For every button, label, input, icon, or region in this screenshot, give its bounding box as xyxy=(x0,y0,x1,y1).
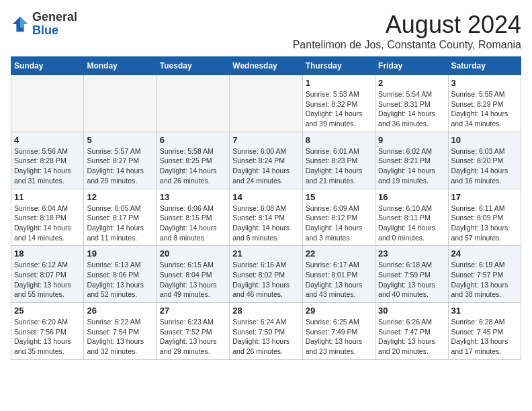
calendar-week-row: 4Sunrise: 5:56 AM Sunset: 8:28 PM Daylig… xyxy=(11,132,521,189)
day-info: Sunrise: 6:13 AM Sunset: 8:06 PM Dayligh… xyxy=(87,260,153,300)
day-of-week-header: Wednesday xyxy=(230,57,302,75)
calendar-week-row: 25Sunrise: 6:20 AM Sunset: 7:56 PM Dayli… xyxy=(11,303,521,360)
calendar-day-cell xyxy=(230,75,302,132)
day-info: Sunrise: 6:22 AM Sunset: 7:54 PM Dayligh… xyxy=(87,317,153,357)
day-info: Sunrise: 6:05 AM Sunset: 8:17 PM Dayligh… xyxy=(87,203,153,243)
day-info: Sunrise: 6:17 AM Sunset: 8:01 PM Dayligh… xyxy=(306,260,372,300)
day-info: Sunrise: 6:08 AM Sunset: 8:14 PM Dayligh… xyxy=(232,203,299,243)
day-info: Sunrise: 6:02 AM Sunset: 8:21 PM Dayligh… xyxy=(378,146,445,186)
day-number: 3 xyxy=(451,78,518,88)
day-info: Sunrise: 6:10 AM Sunset: 8:11 PM Dayligh… xyxy=(378,203,445,243)
calendar-week-row: 11Sunrise: 6:04 AM Sunset: 8:18 PM Dayli… xyxy=(11,189,521,246)
day-info: Sunrise: 6:11 AM Sunset: 8:09 PM Dayligh… xyxy=(451,203,518,243)
day-number: 17 xyxy=(451,192,518,202)
calendar-day-cell: 16Sunrise: 6:10 AM Sunset: 8:11 PM Dayli… xyxy=(375,189,448,246)
calendar-day-cell: 11Sunrise: 6:04 AM Sunset: 8:18 PM Dayli… xyxy=(11,189,84,246)
day-info: Sunrise: 6:16 AM Sunset: 8:02 PM Dayligh… xyxy=(232,260,299,300)
logo-icon xyxy=(11,15,30,34)
day-of-week-header: Saturday xyxy=(448,57,521,75)
day-info: Sunrise: 6:26 AM Sunset: 7:47 PM Dayligh… xyxy=(378,317,445,357)
day-info: Sunrise: 6:15 AM Sunset: 8:04 PM Dayligh… xyxy=(160,260,226,300)
location-subtitle: Pantelimon de Jos, Constanta County, Rom… xyxy=(293,39,521,51)
day-info: Sunrise: 6:04 AM Sunset: 8:18 PM Dayligh… xyxy=(14,203,81,243)
day-info: Sunrise: 6:19 AM Sunset: 7:57 PM Dayligh… xyxy=(451,260,518,300)
day-number: 1 xyxy=(306,78,372,88)
calendar-day-cell: 14Sunrise: 6:08 AM Sunset: 8:14 PM Dayli… xyxy=(230,189,302,246)
calendar-day-cell: 7Sunrise: 6:00 AM Sunset: 8:24 PM Daylig… xyxy=(230,132,302,189)
day-info: Sunrise: 6:28 AM Sunset: 7:45 PM Dayligh… xyxy=(451,317,518,357)
svg-marker-1 xyxy=(20,17,28,28)
day-number: 28 xyxy=(232,306,299,316)
calendar-day-cell: 17Sunrise: 6:11 AM Sunset: 8:09 PM Dayli… xyxy=(448,189,521,246)
day-number: 9 xyxy=(378,135,445,145)
day-info: Sunrise: 5:57 AM Sunset: 8:27 PM Dayligh… xyxy=(87,146,153,186)
day-info: Sunrise: 5:58 AM Sunset: 8:25 PM Dayligh… xyxy=(160,146,226,186)
calendar-day-cell: 6Sunrise: 5:58 AM Sunset: 8:25 PM Daylig… xyxy=(157,132,229,189)
calendar-day-cell: 15Sunrise: 6:09 AM Sunset: 8:12 PM Dayli… xyxy=(302,189,375,246)
day-number: 5 xyxy=(87,135,153,145)
calendar-day-cell: 13Sunrise: 6:06 AM Sunset: 8:15 PM Dayli… xyxy=(157,189,229,246)
calendar-week-row: 18Sunrise: 6:12 AM Sunset: 8:07 PM Dayli… xyxy=(11,246,521,303)
calendar-day-cell xyxy=(157,75,229,132)
day-info: Sunrise: 6:12 AM Sunset: 8:07 PM Dayligh… xyxy=(14,260,81,300)
day-number: 22 xyxy=(306,248,372,259)
day-info: Sunrise: 6:24 AM Sunset: 7:50 PM Dayligh… xyxy=(232,317,299,357)
day-number: 20 xyxy=(160,248,226,259)
calendar-day-cell: 2Sunrise: 5:54 AM Sunset: 8:31 PM Daylig… xyxy=(375,75,448,132)
calendar-day-cell: 9Sunrise: 6:02 AM Sunset: 8:21 PM Daylig… xyxy=(375,132,448,189)
day-number: 25 xyxy=(14,306,81,316)
calendar-table: SundayMondayTuesdayWednesdayThursdayFrid… xyxy=(11,56,521,360)
calendar-day-cell: 25Sunrise: 6:20 AM Sunset: 7:56 PM Dayli… xyxy=(11,303,84,360)
day-info: Sunrise: 6:18 AM Sunset: 7:59 PM Dayligh… xyxy=(378,260,445,300)
day-number: 16 xyxy=(378,192,445,202)
calendar-day-cell: 19Sunrise: 6:13 AM Sunset: 8:06 PM Dayli… xyxy=(84,246,157,303)
day-of-week-header: Friday xyxy=(375,57,448,75)
day-of-week-header: Tuesday xyxy=(157,57,229,75)
header: General Blue August 2024 Pantelimon de J… xyxy=(11,11,521,51)
day-number: 13 xyxy=(160,192,226,202)
day-of-week-header: Thursday xyxy=(302,57,375,75)
calendar-day-cell: 10Sunrise: 6:03 AM Sunset: 8:20 PM Dayli… xyxy=(448,132,521,189)
calendar-day-cell: 18Sunrise: 6:12 AM Sunset: 8:07 PM Dayli… xyxy=(11,246,84,303)
day-number: 19 xyxy=(87,248,153,259)
logo-text: General Blue xyxy=(32,11,77,38)
day-info: Sunrise: 5:55 AM Sunset: 8:29 PM Dayligh… xyxy=(451,89,518,129)
day-number: 10 xyxy=(451,135,518,145)
calendar-day-cell: 23Sunrise: 6:18 AM Sunset: 7:59 PM Dayli… xyxy=(375,246,448,303)
day-info: Sunrise: 5:53 AM Sunset: 8:32 PM Dayligh… xyxy=(306,89,372,129)
day-number: 31 xyxy=(451,306,518,316)
day-number: 26 xyxy=(87,306,153,316)
calendar-day-cell: 28Sunrise: 6:24 AM Sunset: 7:50 PM Dayli… xyxy=(230,303,302,360)
day-number: 2 xyxy=(378,78,445,88)
calendar-day-cell: 4Sunrise: 5:56 AM Sunset: 8:28 PM Daylig… xyxy=(11,132,84,189)
calendar-day-cell xyxy=(84,75,157,132)
day-number: 12 xyxy=(87,192,153,202)
day-number: 6 xyxy=(160,135,226,145)
day-number: 4 xyxy=(14,135,81,145)
day-number: 18 xyxy=(14,248,81,259)
day-of-week-header: Monday xyxy=(84,57,157,75)
day-info: Sunrise: 6:01 AM Sunset: 8:23 PM Dayligh… xyxy=(306,146,372,186)
calendar-day-cell: 24Sunrise: 6:19 AM Sunset: 7:57 PM Dayli… xyxy=(448,246,521,303)
calendar-day-cell: 31Sunrise: 6:28 AM Sunset: 7:45 PM Dayli… xyxy=(448,303,521,360)
day-number: 21 xyxy=(232,248,299,259)
day-info: Sunrise: 6:06 AM Sunset: 8:15 PM Dayligh… xyxy=(160,203,226,243)
calendar-day-cell: 1Sunrise: 5:53 AM Sunset: 8:32 PM Daylig… xyxy=(302,75,375,132)
calendar-day-cell: 3Sunrise: 5:55 AM Sunset: 8:29 PM Daylig… xyxy=(448,75,521,132)
title-section: August 2024 Pantelimon de Jos, Constanta… xyxy=(293,11,521,51)
calendar-day-cell: 21Sunrise: 6:16 AM Sunset: 8:02 PM Dayli… xyxy=(230,246,302,303)
day-number: 8 xyxy=(306,135,372,145)
day-number: 24 xyxy=(451,248,518,259)
calendar-day-cell: 27Sunrise: 6:23 AM Sunset: 7:52 PM Dayli… xyxy=(157,303,229,360)
day-info: Sunrise: 5:54 AM Sunset: 8:31 PM Dayligh… xyxy=(378,89,445,129)
day-of-week-header: Sunday xyxy=(11,57,84,75)
day-number: 23 xyxy=(378,248,445,259)
day-number: 30 xyxy=(378,306,445,316)
calendar-day-cell: 20Sunrise: 6:15 AM Sunset: 8:04 PM Dayli… xyxy=(157,246,229,303)
day-number: 27 xyxy=(160,306,226,316)
calendar-day-cell: 29Sunrise: 6:25 AM Sunset: 7:49 PM Dayli… xyxy=(302,303,375,360)
month-year-title: August 2024 xyxy=(293,11,521,39)
calendar-week-row: 1Sunrise: 5:53 AM Sunset: 8:32 PM Daylig… xyxy=(11,75,521,132)
day-info: Sunrise: 6:09 AM Sunset: 8:12 PM Dayligh… xyxy=(306,203,372,243)
calendar-day-cell: 26Sunrise: 6:22 AM Sunset: 7:54 PM Dayli… xyxy=(84,303,157,360)
